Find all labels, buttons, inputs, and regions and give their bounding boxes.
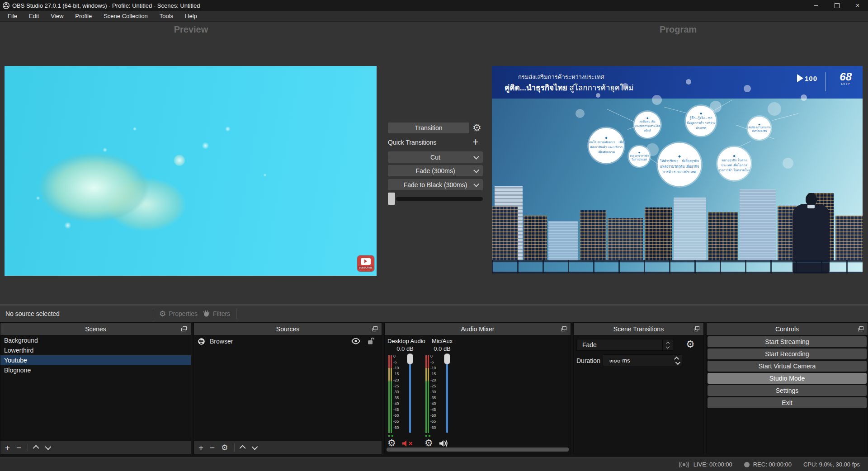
add-scene-icon[interactable]: +: [5, 443, 10, 452]
speaker-muted-icon[interactable]: ×: [401, 439, 413, 447]
filters-button[interactable]: Filters: [203, 306, 230, 322]
popout-icon[interactable]: [694, 326, 699, 331]
move-source-down-icon[interactable]: [252, 444, 258, 450]
scene-transitions-header[interactable]: Scene Transitions: [574, 323, 703, 335]
move-scene-up-icon[interactable]: [33, 445, 39, 451]
program-pane-label: Program: [488, 24, 868, 35]
channel-gear-icon[interactable]: ⚙: [425, 438, 433, 448]
start-streaming-button[interactable]: Start Streaming: [708, 336, 867, 347]
meter-tick: -25: [430, 384, 440, 388]
properties-button[interactable]: ⚙ Properties: [159, 306, 198, 322]
studio-mode-button[interactable]: Studio Mode: [708, 373, 867, 384]
source-properties-gear-icon[interactable]: ⚙: [221, 444, 228, 452]
menu-edit[interactable]: Edit: [23, 11, 45, 21]
move-source-up-icon[interactable]: [240, 445, 246, 451]
sources-panel-header[interactable]: Sources: [194, 323, 382, 335]
toolbar-separator: [28, 443, 28, 452]
meter-tick: -5: [393, 360, 403, 364]
close-button[interactable]: ×: [847, 0, 868, 11]
preview-video-canvas[interactable]: SUBSCRIBE: [5, 66, 377, 276]
meter-tick: -45: [430, 408, 440, 412]
popout-icon[interactable]: [561, 326, 566, 331]
transition-gear-icon[interactable]: ⚙: [472, 123, 481, 133]
broadcast-icon: [678, 461, 690, 468]
scene-row-youtube[interactable]: Youtube: [0, 355, 191, 365]
controls-header[interactable]: Controls: [707, 323, 868, 335]
volume-slider-track[interactable]: [409, 355, 411, 433]
move-scene-down-icon[interactable]: [45, 444, 52, 450]
channel-gear-icon[interactable]: ⚙: [387, 438, 396, 448]
duration-spinner[interactable]: [673, 355, 681, 366]
meter-peak-dots: [425, 435, 430, 437]
add-quick-transition-icon[interactable]: +: [472, 136, 479, 148]
info-circle-text: ลดต้นทุน เพิ่มประสิทธิภาพ ด้านโลจิสติกส์: [634, 119, 660, 133]
info-circle-text: ให้คำปรึกษา... พี่เลี้ยงธุรกิจ แหล่งรวมว…: [658, 158, 701, 174]
menu-view[interactable]: View: [45, 11, 69, 21]
visibility-eye-icon[interactable]: [351, 338, 361, 344]
popout-icon[interactable]: [372, 326, 377, 331]
volume-slider-handle[interactable]: [407, 353, 413, 364]
scene-transitions-title: Scene Transitions: [613, 325, 664, 333]
meter-tick: -35: [430, 396, 440, 400]
add-source-icon[interactable]: +: [198, 443, 203, 452]
mixer-scrollbar[interactable]: [387, 447, 569, 452]
meter-tick: -55: [430, 419, 440, 424]
source-status-text: No source selected: [5, 310, 60, 317]
menu-profile[interactable]: Profile: [69, 11, 98, 21]
scenes-panel: Scenes Background Lowerthird Youtube Blo…: [0, 322, 191, 454]
program-video-canvas[interactable]: กรมส่งเสริมการค้าระหว่างประเทศ คู่คิด...…: [492, 66, 863, 273]
start-recording-button[interactable]: Start Recording: [708, 349, 867, 359]
scenes-list: Background Lowerthird Youtube Blognone: [0, 335, 191, 441]
properties-gear-icon: ⚙: [159, 310, 166, 318]
quick-transition-cut[interactable]: Cut: [388, 151, 483, 163]
menu-scene-collection[interactable]: Scene Collection: [98, 11, 154, 21]
remove-source-icon[interactable]: −: [210, 443, 215, 452]
quick-transition-fade[interactable]: Fade (300ms): [388, 165, 483, 176]
transition-slider-handle[interactable]: [388, 193, 395, 205]
start-virtual-camera-button[interactable]: Start Virtual Camera: [708, 361, 867, 372]
volume-meter: [425, 355, 429, 433]
building: [674, 198, 706, 261]
exit-button[interactable]: Exit: [708, 397, 867, 408]
toolbar-separator: [236, 308, 236, 319]
audio-mixer-header[interactable]: Audio Mixer: [385, 323, 571, 335]
scenes-panel-header[interactable]: Scenes: [0, 323, 191, 335]
transition-select-spinner[interactable]: [662, 339, 673, 350]
obs-studio-window: OBS Studio 27.0.1 (64-bit, windows) - Pr…: [0, 0, 868, 471]
settings-button[interactable]: Settings: [708, 385, 867, 396]
menu-file[interactable]: File: [2, 11, 23, 21]
transition-select[interactable]: Fade: [576, 339, 673, 351]
toolbar-separator: [153, 308, 153, 319]
speaker-on-icon[interactable]: [439, 439, 449, 447]
transition-button[interactable]: Transition: [388, 122, 469, 133]
transition-slider-track[interactable]: [396, 197, 483, 201]
quick-transition-fade-to-black[interactable]: Fade to Black (300ms): [388, 179, 483, 190]
scene-row-blognone[interactable]: Blognone: [0, 365, 191, 375]
scene-row-background[interactable]: Background: [0, 335, 191, 345]
popout-icon[interactable]: [181, 326, 187, 331]
source-row-browser[interactable]: Browser: [194, 335, 382, 347]
restore-button[interactable]: [826, 0, 847, 11]
scene-row-lowerthird[interactable]: Lowerthird: [0, 345, 191, 355]
sources-toolbar: + − ⚙: [194, 441, 382, 454]
balcony-railing: [492, 260, 863, 273]
transition-settings-gear-icon[interactable]: ⚙: [686, 339, 695, 349]
minimize-button[interactable]: [806, 0, 826, 11]
transition-select-value: Fade: [577, 341, 597, 349]
sources-panel: Sources Browser: [193, 322, 382, 454]
duration-input[interactable]: ๓๐๐ ms: [603, 354, 682, 366]
menu-tools[interactable]: Tools: [154, 11, 179, 21]
popout-icon[interactable]: [858, 326, 863, 331]
meter-tick: 0: [430, 354, 440, 358]
dock-area: Scenes Background Lowerthird Youtube Blo…: [0, 322, 868, 457]
info-circle: ◆เพิ่มขีด ความสามารถ ในการแข่งขัน: [748, 117, 771, 140]
building: [548, 221, 578, 261]
preview-pane-label: Preview: [0, 24, 382, 35]
unlock-icon[interactable]: [367, 337, 374, 345]
remove-scene-icon[interactable]: −: [16, 443, 21, 452]
volume-slider-handle[interactable]: [444, 353, 450, 364]
menu-help[interactable]: Help: [179, 11, 203, 21]
volume-slider-track[interactable]: [446, 355, 448, 433]
man-collar: [807, 205, 815, 208]
channel-level: 0.0 dB: [387, 345, 423, 352]
